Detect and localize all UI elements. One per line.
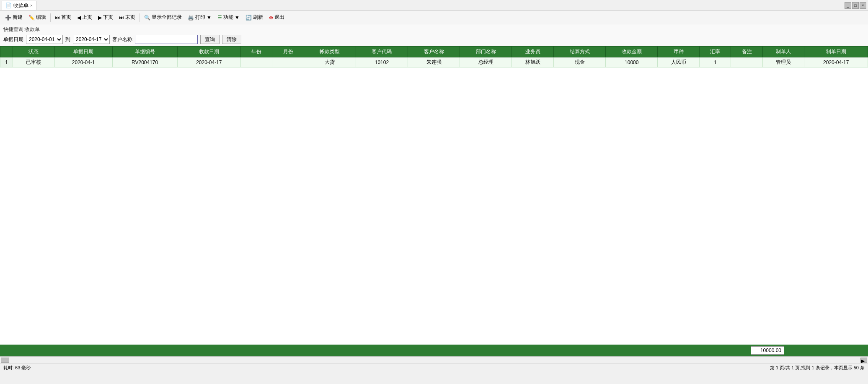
page-info: 第 1 页/共 1 页,找到 1 条记录，本页显示 50 条 bbox=[770, 365, 865, 371]
col-month: 月份 bbox=[272, 47, 304, 57]
table-header-row: 状态 单据日期 单据编号 收款日期 年份 月份 帐款类型 客户代码 客户名称 部… bbox=[0, 47, 868, 57]
minimize-btn[interactable]: _ bbox=[845, 2, 851, 9]
show-all-button[interactable]: 🔍 显示全部记录 bbox=[142, 13, 184, 22]
col-num bbox=[0, 47, 13, 57]
col-salesman: 业务员 bbox=[512, 47, 554, 57]
tab-receipt[interactable]: 📄 收款单 × bbox=[2, 1, 36, 10]
close-btn[interactable]: × bbox=[860, 2, 866, 9]
next-icon: ▶ bbox=[98, 15, 102, 21]
show-all-icon: 🔍 bbox=[144, 15, 150, 21]
window-controls: _ □ × bbox=[845, 2, 866, 9]
function-icon: ☰ bbox=[217, 15, 222, 21]
tab-icon: 📄 bbox=[5, 3, 12, 8]
col-create-date: 制单日期 bbox=[804, 47, 868, 57]
sep1 bbox=[50, 13, 51, 22]
edit-button[interactable]: ✏️ 编辑 bbox=[26, 13, 49, 22]
col-remark: 备注 bbox=[731, 47, 762, 57]
date-label: 单据日期 bbox=[3, 36, 23, 43]
date-range-separator: 到 bbox=[65, 36, 70, 43]
next-button[interactable]: ▶ 下页 bbox=[96, 13, 116, 22]
print-dropdown-icon: ▼ bbox=[207, 15, 212, 21]
toolbar: ➕ 新建 ✏️ 编辑 ⏮ 首页 ◀ 上页 ▶ 下页 ⏭ 末页 🔍 显示全部记录 … bbox=[0, 11, 868, 24]
refresh-button[interactable]: 🔄 刷新 bbox=[243, 13, 266, 22]
hscroll-right-arrow[interactable]: ▶ bbox=[860, 358, 867, 363]
date-to-input[interactable]: 2020-04-17 bbox=[73, 35, 110, 44]
col-settlement: 结算方式 bbox=[554, 47, 606, 57]
prev-button[interactable]: ◀ 上页 bbox=[75, 13, 95, 22]
col-customer-name: 客户名称 bbox=[408, 47, 460, 57]
elapsed-time: 耗时: 63 毫秒 bbox=[3, 365, 31, 371]
col-account-type: 帐款类型 bbox=[304, 47, 356, 57]
hscroll-bar[interactable]: ▶ bbox=[0, 356, 868, 363]
maximize-btn[interactable]: □ bbox=[852, 2, 859, 9]
first-button[interactable]: ⏮ 首页 bbox=[52, 13, 74, 22]
col-customer-code: 客户代码 bbox=[356, 47, 408, 57]
data-table: 状态 单据日期 单据编号 收款日期 年份 月份 帐款类型 客户代码 客户名称 部… bbox=[0, 46, 868, 67]
exit-icon: ⊗ bbox=[269, 15, 273, 21]
main-content: 状态 单据日期 单据编号 收款日期 年份 月份 帐款类型 客户代码 客户名称 部… bbox=[0, 46, 868, 363]
search-row: 单据日期 2020-04-01 到 2020-04-17 客户名称 查询 清除 bbox=[3, 35, 865, 44]
new-button[interactable]: ➕ 新建 bbox=[3, 13, 25, 22]
print-button[interactable]: 🖨️ 打印 ▼ bbox=[185, 13, 214, 22]
refresh-icon: 🔄 bbox=[245, 15, 252, 21]
col-currency: 币种 bbox=[658, 47, 700, 57]
clear-button[interactable]: 清除 bbox=[222, 35, 241, 44]
sep2 bbox=[140, 13, 140, 22]
summary-bar: 10000.00 bbox=[0, 345, 868, 356]
summary-amount: 10000.00 bbox=[751, 346, 784, 355]
customer-label: 客户名称 bbox=[112, 36, 132, 43]
table-container[interactable]: 状态 单据日期 单据编号 收款日期 年份 月份 帐款类型 客户代码 客户名称 部… bbox=[0, 46, 868, 345]
function-dropdown-icon: ▼ bbox=[235, 15, 240, 21]
last-icon: ⏭ bbox=[119, 15, 124, 21]
tab-close-btn[interactable]: × bbox=[30, 3, 33, 8]
query-button[interactable]: 查询 bbox=[200, 35, 220, 44]
col-dept: 部门名称 bbox=[460, 47, 512, 57]
col-status: 状态 bbox=[13, 47, 55, 57]
col-receipt-date: 收款日期 bbox=[177, 47, 240, 57]
tab-title: 收款单 bbox=[13, 2, 28, 9]
edit-icon: ✏️ bbox=[28, 15, 35, 21]
col-amount: 收款金额 bbox=[606, 47, 658, 57]
col-doc-date: 单据日期 bbox=[54, 47, 112, 57]
customer-name-input[interactable] bbox=[135, 35, 198, 44]
status-bar: 耗时: 63 毫秒 第 1 页/共 1 页,找到 1 条记录，本页显示 50 条 bbox=[0, 363, 868, 372]
new-icon: ➕ bbox=[5, 15, 11, 21]
table-row[interactable]: 1已审核2020-04-1RV20041702020-04-17大货10102朱… bbox=[0, 57, 868, 67]
title-bar: 📄 收款单 × _ □ × bbox=[0, 0, 868, 11]
col-doc-no: 单据编号 bbox=[112, 47, 177, 57]
hscroll-thumb[interactable] bbox=[1, 358, 9, 363]
col-rate: 汇率 bbox=[700, 47, 731, 57]
print-icon: 🖨️ bbox=[188, 15, 194, 21]
first-icon: ⏮ bbox=[55, 15, 60, 21]
function-button[interactable]: ☰ 功能 ▼ bbox=[215, 13, 242, 22]
quick-search-panel: 快捷查询:收款单 单据日期 2020-04-01 到 2020-04-17 客户… bbox=[0, 24, 868, 46]
last-button[interactable]: ⏭ 末页 bbox=[116, 13, 138, 22]
quick-search-title: 快捷查询:收款单 bbox=[3, 26, 865, 33]
date-from-input[interactable]: 2020-04-01 bbox=[26, 35, 63, 44]
col-creator: 制单人 bbox=[762, 47, 804, 57]
prev-icon: ◀ bbox=[77, 15, 81, 21]
col-year: 年份 bbox=[241, 47, 272, 57]
exit-button[interactable]: ⊗ 退出 bbox=[266, 13, 287, 22]
